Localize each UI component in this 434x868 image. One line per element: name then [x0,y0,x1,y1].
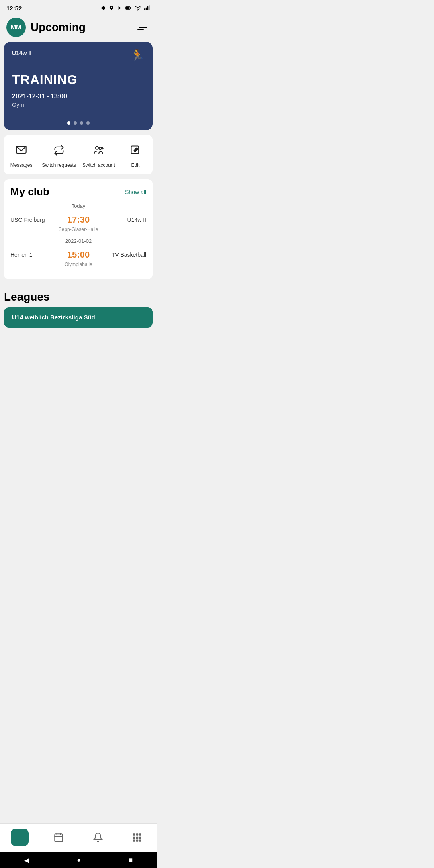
match-opponent-1: U14w II [102,217,146,223]
switch-requests-icon [50,141,68,159]
my-club-header: My club Show all [10,186,146,198]
match-team-1: USC Freiburg [10,217,55,223]
switch-account-label: Switch account [82,162,115,168]
date-label-2: 2022-01-02 [10,238,146,244]
league-name-1: U14 weiblich Bezirksliga Süd [12,314,95,321]
leagues-section: Leagues U14 weiblich Bezirksliga Süd [4,284,153,328]
edit-icon [127,141,144,159]
hero-dots [4,121,153,125]
hero-type-label: TRAINING [12,72,145,87]
switch-account-action[interactable]: Switch account [82,141,115,168]
date-label-1: Today [10,203,146,209]
dot-1[interactable] [67,121,70,125]
hero-location-label: Gym [12,102,145,108]
signal-icon [144,5,150,11]
match-time-1: 17:30 [55,215,102,225]
league-card-1[interactable]: U14 weiblich Bezirksliga Süd [4,307,153,328]
hero-card[interactable]: U14w II 🏃 TRAINING 2021-12-31 - 13:00 Gy… [4,42,153,130]
messages-icon [12,141,30,159]
match-location-2: Olympiahalle [10,262,146,267]
header-left: MM Upcoming [6,18,86,37]
my-club-title: My club [10,186,49,198]
match-row-1[interactable]: USC Freiburg 17:30 U14w II [10,213,146,227]
gear-icon [100,5,106,11]
filter-icon[interactable] [137,21,150,34]
edit-action[interactable]: Edit [121,141,149,168]
leagues-title: Leagues [4,284,153,307]
dot-4[interactable] [86,121,90,125]
svg-point-7 [96,147,98,149]
svg-rect-1 [126,7,129,9]
match-opponent-2: TV Basketball [102,252,146,258]
match-row-2[interactable]: Herren 1 15:00 TV Basketball [10,248,146,262]
status-time: 12:52 [6,5,22,12]
svg-rect-2 [144,8,145,10]
dot-2[interactable] [74,121,77,125]
avatar[interactable]: MM [6,18,26,37]
messages-label: Messages [10,162,33,168]
header: MM Upcoming [0,14,157,42]
hero-team-label: U14w II [12,50,145,56]
page-title: Upcoming [31,21,86,34]
location-icon [108,5,114,11]
dot-3[interactable] [80,121,83,125]
status-icons [100,5,150,11]
switch-requests-label: Switch requests [42,162,76,168]
running-icon: 🏃 [130,48,145,62]
match-time-2: 15:00 [55,250,102,260]
svg-point-8 [99,147,102,149]
my-club-section: My club Show all Today USC Freiburg 17:3… [4,179,153,279]
quick-actions: Messages Switch requests Switch acco [4,135,153,174]
svg-rect-5 [149,5,150,10]
edit-label: Edit [131,162,140,168]
wifi-icon [134,5,141,11]
svg-rect-3 [146,8,147,10]
match-location-1: Sepp-Glaser-Halle [10,227,146,232]
match-team-2: Herren 1 [10,252,55,258]
switch-account-icon [90,141,107,159]
messages-action[interactable]: Messages [7,141,35,168]
show-all-button[interactable]: Show all [125,189,146,195]
svg-rect-4 [147,6,149,10]
play-icon [117,5,122,11]
hero-date-label: 2021-12-31 - 13:00 [12,93,145,100]
battery-icon [125,5,132,11]
status-bar: 12:52 [0,0,157,14]
switch-requests-action[interactable]: Switch requests [42,141,76,168]
